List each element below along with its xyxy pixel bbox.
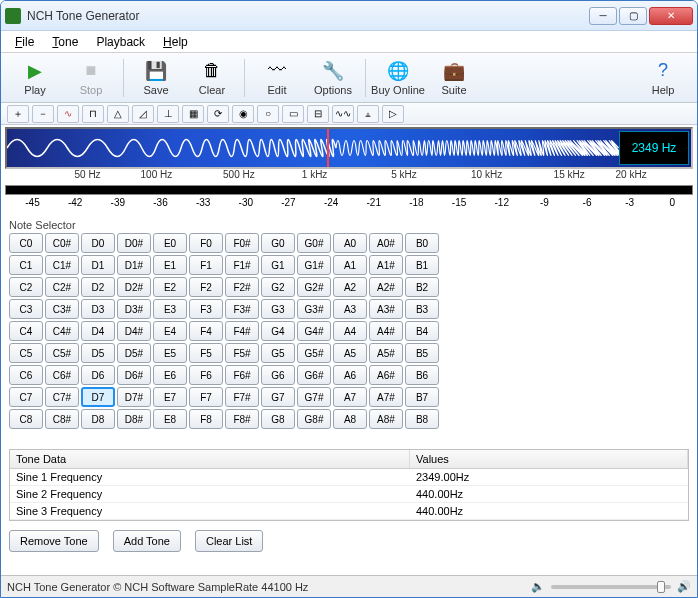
menu-help[interactable]: Help	[155, 33, 196, 51]
note-F3[interactable]: F3	[189, 299, 223, 319]
note-D4#[interactable]: D4#	[117, 321, 151, 341]
note-F4[interactable]: F4	[189, 321, 223, 341]
tool-icon-2[interactable]: ◉	[232, 105, 254, 123]
menu-playback[interactable]: Playback	[88, 33, 153, 51]
db-meter[interactable]	[5, 185, 693, 195]
note-B3[interactable]: B3	[405, 299, 439, 319]
note-D2#[interactable]: D2#	[117, 277, 151, 297]
note-B8[interactable]: B8	[405, 409, 439, 429]
note-F7[interactable]: F7	[189, 387, 223, 407]
note-A3#[interactable]: A3#	[369, 299, 403, 319]
note-G2[interactable]: G2	[261, 277, 295, 297]
help-button[interactable]: ?Help	[635, 55, 691, 101]
note-F8[interactable]: F8	[189, 409, 223, 429]
note-C1#[interactable]: C1#	[45, 255, 79, 275]
tool-icon-3[interactable]: ○	[257, 105, 279, 123]
note-D1#[interactable]: D1#	[117, 255, 151, 275]
note-B7[interactable]: B7	[405, 387, 439, 407]
note-G3#[interactable]: G3#	[297, 299, 331, 319]
note-G5[interactable]: G5	[261, 343, 295, 363]
note-G6#[interactable]: G6#	[297, 365, 331, 385]
note-G4[interactable]: G4	[261, 321, 295, 341]
note-A2[interactable]: A2	[333, 277, 367, 297]
note-F4#[interactable]: F4#	[225, 321, 259, 341]
table-row[interactable]: Sine 3 Frequency440.00Hz	[10, 503, 688, 520]
note-F5[interactable]: F5	[189, 343, 223, 363]
note-C0[interactable]: C0	[9, 233, 43, 253]
minimize-button[interactable]: ─	[589, 7, 617, 25]
note-C3[interactable]: C3	[9, 299, 43, 319]
note-C1[interactable]: C1	[9, 255, 43, 275]
menu-tone[interactable]: Tone	[44, 33, 86, 51]
note-G8[interactable]: G8	[261, 409, 295, 429]
wave-saw-icon[interactable]: ◿	[132, 105, 154, 123]
note-D6[interactable]: D6	[81, 365, 115, 385]
note-G0[interactable]: G0	[261, 233, 295, 253]
options-button[interactable]: 🔧Options	[305, 55, 361, 101]
note-G0#[interactable]: G0#	[297, 233, 331, 253]
note-F2#[interactable]: F2#	[225, 277, 259, 297]
note-C4[interactable]: C4	[9, 321, 43, 341]
note-A4#[interactable]: A4#	[369, 321, 403, 341]
close-button[interactable]: ✕	[649, 7, 693, 25]
tool-icon-8[interactable]: ▷	[382, 105, 404, 123]
tool-icon-6[interactable]: ∿∿	[332, 105, 354, 123]
clear-button[interactable]: 🗑Clear	[184, 55, 240, 101]
note-F3#[interactable]: F3#	[225, 299, 259, 319]
note-F2[interactable]: F2	[189, 277, 223, 297]
note-E1[interactable]: E1	[153, 255, 187, 275]
note-F6#[interactable]: F6#	[225, 365, 259, 385]
note-D0[interactable]: D0	[81, 233, 115, 253]
note-C2#[interactable]: C2#	[45, 277, 79, 297]
remove-tone-icon-button[interactable]: －	[32, 105, 54, 123]
note-C7#[interactable]: C7#	[45, 387, 79, 407]
note-B4[interactable]: B4	[405, 321, 439, 341]
note-D0#[interactable]: D0#	[117, 233, 151, 253]
note-E0[interactable]: E0	[153, 233, 187, 253]
suite-button[interactable]: 💼Suite	[426, 55, 482, 101]
note-A6[interactable]: A6	[333, 365, 367, 385]
note-D5#[interactable]: D5#	[117, 343, 151, 363]
note-A7[interactable]: A7	[333, 387, 367, 407]
wave-square-icon[interactable]: ⊓	[82, 105, 104, 123]
note-A6#[interactable]: A6#	[369, 365, 403, 385]
note-A8[interactable]: A8	[333, 409, 367, 429]
table-row[interactable]: Sine 2 Frequency440.00Hz	[10, 486, 688, 503]
note-B6[interactable]: B6	[405, 365, 439, 385]
note-G6[interactable]: G6	[261, 365, 295, 385]
note-C6[interactable]: C6	[9, 365, 43, 385]
note-C7[interactable]: C7	[9, 387, 43, 407]
note-D3[interactable]: D3	[81, 299, 115, 319]
note-C8#[interactable]: C8#	[45, 409, 79, 429]
note-E2[interactable]: E2	[153, 277, 187, 297]
note-A3[interactable]: A3	[333, 299, 367, 319]
note-A0[interactable]: A0	[333, 233, 367, 253]
note-D4[interactable]: D4	[81, 321, 115, 341]
note-G7[interactable]: G7	[261, 387, 295, 407]
note-G1#[interactable]: G1#	[297, 255, 331, 275]
note-B1[interactable]: B1	[405, 255, 439, 275]
note-G5#[interactable]: G5#	[297, 343, 331, 363]
note-D8[interactable]: D8	[81, 409, 115, 429]
note-G8#[interactable]: G8#	[297, 409, 331, 429]
frequency-cursor[interactable]	[327, 129, 329, 167]
tool-icon-1[interactable]: ⟳	[207, 105, 229, 123]
note-C4#[interactable]: C4#	[45, 321, 79, 341]
frequency-spectrum[interactable]: 2349 Hz	[5, 127, 693, 169]
wave-sine-icon[interactable]: ∿	[57, 105, 79, 123]
remove-tone-button[interactable]: Remove Tone	[9, 530, 99, 552]
note-C2[interactable]: C2	[9, 277, 43, 297]
note-F7#[interactable]: F7#	[225, 387, 259, 407]
maximize-button[interactable]: ▢	[619, 7, 647, 25]
note-C6#[interactable]: C6#	[45, 365, 79, 385]
note-A7#[interactable]: A7#	[369, 387, 403, 407]
note-D8#[interactable]: D8#	[117, 409, 151, 429]
buy-online-button[interactable]: 🌐Buy Online	[370, 55, 426, 101]
note-E3[interactable]: E3	[153, 299, 187, 319]
note-F1#[interactable]: F1#	[225, 255, 259, 275]
note-B5[interactable]: B5	[405, 343, 439, 363]
note-D7#[interactable]: D7#	[117, 387, 151, 407]
table-row[interactable]: Sine 1 Frequency2349.00Hz	[10, 469, 688, 486]
note-F0#[interactable]: F0#	[225, 233, 259, 253]
note-D6#[interactable]: D6#	[117, 365, 151, 385]
